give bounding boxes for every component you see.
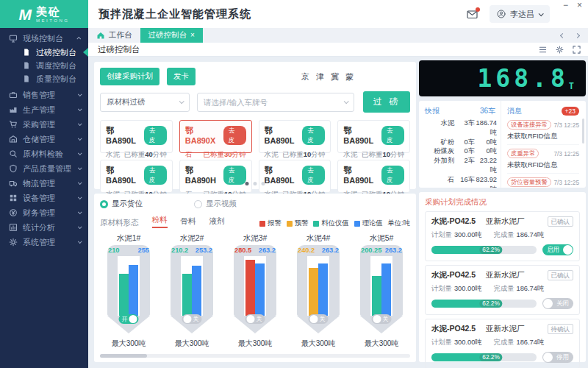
purchase-plan-card[interactable]: 水泥-PO42.5 亚新水泥厂 已确认 计划量300.00吨 完成量186.74… — [425, 211, 580, 261]
tare-button[interactable]: 去皮 — [381, 126, 404, 145]
vehicle-card[interactable]: 鄂BA890L去皮 水泥已称重40分钟 — [100, 120, 173, 153]
close-button[interactable]: × — [577, 1, 582, 10]
silo-switch[interactable]: 关 — [309, 314, 329, 324]
plan-product: 水泥-PO42.5 — [431, 270, 476, 280]
home-icon — [96, 31, 105, 40]
pagination-dot[interactable] — [262, 182, 265, 185]
sidebar-item-quality-console[interactable]: 质量控制台 — [0, 72, 88, 85]
sidebar-item-statistics[interactable]: 统计分析 — [0, 220, 88, 235]
user-menu[interactable]: 李达昌 — [490, 5, 550, 23]
tare-button[interactable]: 去皮 — [223, 166, 246, 185]
sidebar-item-weighbridge-console[interactable]: 过磅控制台 — [0, 46, 88, 59]
sidebar-item-warehouse[interactable]: 仓储管理 — [0, 132, 88, 146]
chart-icon — [9, 223, 18, 232]
tab-weighbridge-console[interactable]: 过磅控制台 × — [140, 28, 203, 43]
sidebar-item-sales[interactable]: 销售管理 — [0, 88, 88, 102]
pagination-dot[interactable] — [245, 182, 249, 185]
material-filter-select[interactable]: 原材料过磅 — [100, 93, 190, 112]
logo-mark: M — [19, 7, 32, 22]
sidebar-item-production[interactable]: 生产管理 — [0, 102, 88, 117]
inspection-icon — [9, 149, 18, 158]
legend-sensor-swatch — [313, 221, 319, 227]
vehicle-card[interactable]: 鄂BA890L去皮 水泥已称重10分钟 — [259, 160, 331, 193]
bulletin-title: 快报 — [425, 106, 440, 116]
horizontal-scrollbar[interactable] — [100, 354, 410, 358]
mail-unread-dot — [476, 7, 480, 12]
active-item-marker — [83, 48, 88, 57]
tare-button[interactable]: 去皮 — [302, 166, 325, 185]
purchase-plan-card[interactable]: 水泥-PO42.5 亚新水泥厂 已确认 计划量300.00吨 完成量186.74… — [425, 265, 580, 315]
sidebar-item-equipment[interactable]: 设备管理 — [0, 191, 88, 205]
purchase-plan-card[interactable]: 水泥-PO42.5 亚新水泥厂 待确认 计划量300.00吨 完成量186.74… — [425, 319, 580, 368]
sidebar-item-dispatch-console[interactable]: 调度控制台 — [0, 59, 88, 72]
silo-switch[interactable]: 开 — [119, 314, 139, 324]
tab-aggregate[interactable]: 骨料 — [181, 216, 196, 228]
carousel-pagination — [245, 182, 265, 185]
sidebar-item-finance[interactable]: 财务管理 — [0, 205, 88, 220]
tare-button[interactable]: 去皮 — [144, 126, 167, 145]
chevron-down-icon — [78, 121, 82, 126]
silo-chart-row: 水泥1# 210255 开 最大300吨 水泥2# 210.2253.2 — [94, 233, 416, 349]
vehicle-card[interactable]: 鄂BA890L去皮 水泥已称重10分钟 — [337, 160, 410, 193]
silo-switch[interactable]: 关 — [182, 314, 202, 324]
message-item[interactable]: 货位容量预警7/3 12:25 未获取RFID信息 — [507, 177, 579, 188]
vehicle-plate: 鄂BA890L — [343, 165, 381, 185]
weighed-label: 已称重 — [362, 150, 383, 158]
silo-cement-1: 水泥1# 210255 开 最大300吨 — [99, 233, 158, 349]
sidebar-item-material-inspection[interactable]: 原材料检验 — [0, 146, 88, 161]
theory-bar — [381, 263, 391, 316]
vehicle-card-alert[interactable]: 鄂BA890X去皮 石已称重30分钟 — [179, 120, 252, 153]
plan-toggle[interactable]: 启用 — [542, 244, 573, 255]
truck-icon — [9, 179, 18, 188]
tare-button[interactable]: 去皮 — [144, 166, 167, 185]
unit-label: 单位:吨 — [388, 219, 410, 228]
sidebar-item-label: 设备管理 — [23, 193, 55, 204]
chevron-down-icon — [78, 107, 82, 111]
close-icon[interactable]: × — [190, 32, 195, 39]
plan-toggle[interactable]: 关闭 — [542, 298, 573, 309]
sidebar-item-logistics[interactable]: 物流管理 — [0, 176, 88, 191]
bulletin-row: 石16车823.92吨 — [425, 175, 497, 188]
sidebar-item-system[interactable]: 系统管理 — [0, 235, 88, 250]
vehicle-card[interactable]: 鄂BA890H去皮 石已称重10分钟 — [179, 160, 252, 193]
tab-workbench[interactable]: 工作台 — [88, 28, 140, 43]
fullscreen-icon[interactable] — [573, 46, 581, 54]
tab-scroll-next-icon[interactable] — [575, 32, 580, 38]
vehicle-card[interactable]: 鄂BA890L去皮 水泥已称重10分钟 — [337, 120, 410, 153]
radio-show-video[interactable]: 显示视频 — [194, 199, 237, 209]
create-purchase-plan-button[interactable]: 创建采购计划 — [100, 68, 159, 85]
vehicle-card[interactable]: 鄂BA890L去皮 水泥已称重10分钟 — [100, 160, 173, 193]
vertical-scrollbar[interactable] — [582, 118, 584, 144]
scrollbar-thumb[interactable] — [100, 354, 147, 358]
sidebar-item-site-console[interactable]: 现场控制台 — [0, 31, 88, 46]
sidebar-item-label: 销售管理 — [23, 90, 55, 101]
vehicle-plate: 鄂BA890L — [106, 165, 144, 185]
radio-show-slots[interactable]: 显示货位 — [100, 199, 143, 209]
minimize-button[interactable]: − — [563, 1, 568, 10]
message-item[interactable]: 设备连接异常7/3 12:25 未获取RFID信息 — [507, 120, 579, 145]
tab-label: 工作台 — [109, 30, 132, 40]
silo-switch[interactable]: 关 — [245, 314, 265, 324]
tab-liquid[interactable]: 液剂 — [209, 216, 225, 228]
done-quantity-value: 186.74吨 — [517, 339, 545, 346]
message-time: 7/3 12:25 — [553, 179, 579, 186]
pagination-dot[interactable] — [254, 182, 257, 185]
list-icon[interactable] — [539, 46, 547, 54]
plate-number-input[interactable] — [204, 98, 344, 107]
weigh-button[interactable]: 过 磅 — [363, 91, 410, 113]
issue-card-button[interactable]: 发卡 — [167, 68, 196, 85]
silo-switch[interactable]: 关 — [372, 314, 392, 324]
tare-button[interactable]: 去皮 — [302, 126, 325, 145]
message-item[interactable]: 皮重异常7/3 12:25 未获取RFID信息 — [507, 149, 579, 174]
plate-number-combobox[interactable] — [197, 93, 354, 112]
tare-button[interactable]: 去皮 — [223, 126, 246, 145]
sidebar-item-procurement[interactable]: 采购管理 — [0, 117, 88, 132]
tab-powder[interactable]: 粉料 — [152, 215, 168, 228]
plan-toggle[interactable]: 停用 — [542, 352, 573, 363]
vehicle-card[interactable]: 鄂BA890L去皮 水泥已称重10分钟 — [259, 120, 331, 153]
tare-button[interactable]: 去皮 — [381, 166, 404, 185]
tab-scroll-prev-icon[interactable] — [560, 32, 565, 38]
mail-icon[interactable] — [467, 10, 478, 19]
gear-icon[interactable] — [556, 46, 564, 54]
sidebar-item-product-quality[interactable]: 产品质量管理 — [0, 161, 88, 176]
